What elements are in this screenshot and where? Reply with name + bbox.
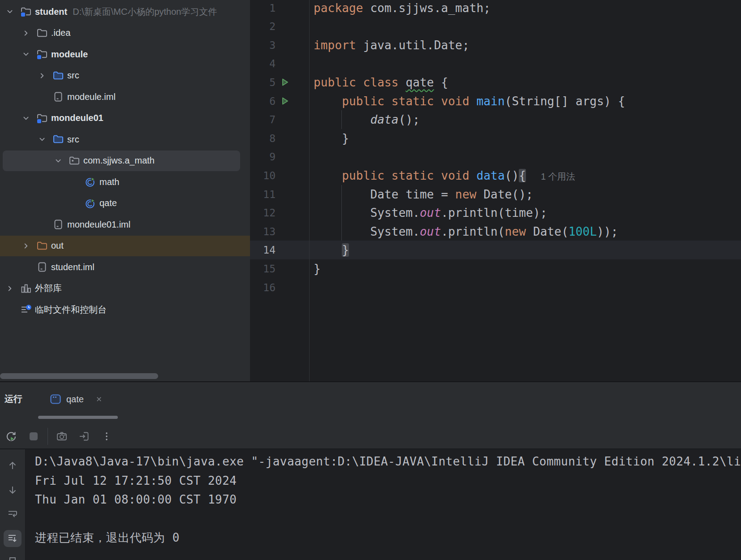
scroll-up-icon[interactable] [6,459,19,472]
tree-item-mondeule01-iml[interactable]: mondeule01.iml [0,214,250,235]
chevron-down-icon[interactable] [18,44,34,65]
tree-item-label: 外部库 [35,282,62,294]
code-token [314,169,342,182]
stop-icon[interactable] [28,431,39,442]
scroll-to-end-icon[interactable] [4,530,22,547]
code-line[interactable]: Date time = new Date(); [314,185,741,204]
code-line[interactable]: } [314,129,741,148]
tree-item-label: qate [99,198,117,208]
code-token: 100L [569,225,597,238]
code-line[interactable]: } [314,259,741,278]
tree-item-scratches-and-consoles[interactable]: 临时文件和控制台 [0,299,250,320]
tree-item-student-iml[interactable]: student.iml [0,257,250,277]
code-token: public static void [342,169,469,182]
export-icon[interactable] [78,431,90,442]
code-token: } [342,243,349,257]
class-run-icon [82,172,99,192]
close-icon[interactable] [94,394,104,404]
tree-horizontal-scrollbar[interactable] [0,373,158,379]
code-line[interactable]: } [314,241,741,259]
code-line[interactable]: public static void main(String[] args) { [314,92,741,111]
run-panel-title: 运行 [4,393,22,405]
chevron-down-icon[interactable] [2,1,18,22]
tree-item-package-com-sjjws-a-math[interactable]: com.sjjws.a_math [0,151,250,171]
tree-item-mondeule01-src[interactable]: src [0,129,250,150]
code-token [314,95,342,108]
chevron-down-icon[interactable] [18,108,34,129]
code-token: new [505,225,526,238]
tree-item-modeule-src[interactable]: src [0,65,250,86]
code-line[interactable]: System.out.println(new Date(100L)); [314,222,741,241]
code-line[interactable]: public class qate { [314,73,741,92]
iml-file-icon [34,257,50,277]
console-line [35,509,741,528]
line-number: 10 [250,166,276,185]
code-token: { [434,76,448,89]
module-folder-icon [18,1,34,22]
chevron-right-icon[interactable] [2,278,18,299]
line-number: 7 [250,110,276,129]
code-editor[interactable]: 12345678910111213141516package com.sjjws… [250,0,741,381]
tree-item-external-libraries[interactable]: 外部库 [0,278,250,299]
library-icon [18,278,34,299]
tree-item-label: modeule [51,49,88,60]
chevron-right-icon[interactable] [34,65,50,86]
chevron-down-icon[interactable] [50,151,66,171]
code-token [314,243,342,257]
console-toolbar [0,449,26,560]
code-token: .println( [441,225,504,238]
code-line[interactable]: System.out.println(time); [314,203,741,222]
chevron-spacer [34,86,50,107]
print-icon[interactable] [6,556,19,560]
chevron-right-icon[interactable] [18,23,34,43]
tab-qate[interactable]: qate [50,390,104,409]
code-token: out [420,206,441,220]
run-toolbar [0,427,118,446]
tree-item-student[interactable]: studentD:\新桌面\MC小杨的python学习文件 [0,1,250,22]
code-line[interactable]: import java.util.Date; [314,36,741,55]
scroll-down-icon[interactable] [6,483,19,497]
tree-item-modeule-iml[interactable]: modeule.iml [0,86,250,107]
tree-item-idea-folder[interactable]: .idea [0,23,250,43]
line-number: 14 [250,241,276,259]
thread-dump-icon[interactable] [56,431,68,442]
code-token [470,95,477,108]
chevron-right-icon[interactable] [18,236,34,256]
code-token: } [314,132,349,145]
folder-icon [34,23,50,43]
code-token: () [505,169,519,182]
tree-item-out-folder[interactable]: out [0,236,250,256]
console-line: D:\Java8\Java-17\bin\java.exe "-javaagen… [35,452,741,471]
chevron-down-icon[interactable] [34,129,50,150]
code-line[interactable]: data(); [314,110,741,129]
chevron-spacer [2,299,18,320]
code-token: Date time = [314,188,455,201]
out-folder-icon [34,236,50,256]
tree-item-label: mondeule01.iml [67,220,130,230]
line-number: 16 [250,278,276,297]
line-number: 13 [250,222,276,241]
console-line: Thu Jan 01 08:00:00 CST 1970 [35,490,741,509]
tree-item-class-math[interactable]: math [0,172,250,192]
active-tab-indicator [38,416,118,419]
tree-item-modeule[interactable]: modeule [0,44,250,65]
code-line[interactable]: public static void data(){1 个用法 [314,166,741,185]
run-line-icon[interactable] [280,77,291,88]
tab-label: qate [66,394,84,405]
tree-item-mondeule01[interactable]: mondeule01 [0,108,250,129]
package-icon [66,151,82,171]
usages-inlay-hint: 1 个用法 [541,172,575,181]
line-number: 4 [250,54,276,73]
tree-item-label: math [99,177,119,187]
src-folder-icon [50,129,66,150]
soft-wrap-icon[interactable] [6,508,19,521]
code-line[interactable]: package com.sjjws.a_math; [314,0,741,17]
rerun-icon[interactable] [5,431,17,442]
more-options-icon[interactable] [101,431,112,442]
code-token: (String[] args) { [505,95,625,108]
tree-item-label: src [67,70,79,81]
code-token [470,169,477,182]
run-line-icon[interactable] [280,95,291,107]
project-tree-panel: studentD:\新桌面\MC小杨的python学习文件.ideamodeul… [0,0,250,381]
tree-item-class-qate[interactable]: qate [0,193,250,214]
